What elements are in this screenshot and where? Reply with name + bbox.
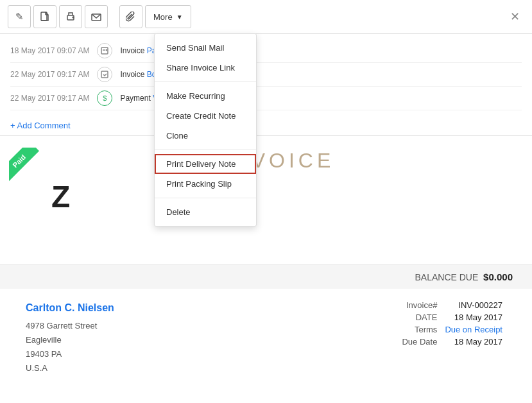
dropdown-send-snail-mail[interactable]: Send Snail Mail [155,38,256,58]
balance-label: BALANCE DUE [415,272,479,282]
close-icon: ✕ [510,10,520,24]
client-info: Carlton C. Nielsen 4978 Garrett Street E… [26,299,114,376]
activity-row: 22 May 2017 09:17 AM Invoice Boyle [10,63,522,87]
more-label: More [153,12,173,22]
paid-label: Paid [9,148,39,182]
print-button[interactable] [59,5,82,28]
due-label: Due Date [398,336,441,348]
dropdown-divider-1 [155,81,256,82]
dropdown-clone[interactable]: Clone [155,126,256,146]
dropdown-divider-3 [155,198,256,198]
client-name: Carlton C. Nielsen [26,299,114,316]
dropdown-print-delivery-note[interactable]: Print Delivery Note [155,154,256,174]
balance-bar: BALANCE DUE $0.000 [0,264,532,289]
dropdown-create-credit-note[interactable]: Create Credit Note [155,106,256,126]
paid-badge: Paid [9,148,47,186]
activity-icon-2 [97,67,112,82]
invoice-title: INVOICE [51,149,506,173]
activity-list: 18 May 2017 09:07 AM Invoice Patricia Bo… [0,34,532,116]
activity-time: 22 May 2017 09:17 AM [10,70,89,79]
activity-time: 18 May 2017 09:07 AM [10,46,89,55]
activity-icon-3: $ [97,90,112,106]
invoice-area: Paid INVOICE Z BALANCE DUE $0.000 Carlto… [0,135,532,386]
svg-rect-10 [101,71,108,78]
company-letter: Z [51,179,506,214]
activity-icon-1 [97,43,112,58]
terms-value: Due on Receipt [441,323,506,336]
client-address3: 19403 PA [26,347,114,361]
activity-time: 22 May 2017 09:17 AM [10,94,89,103]
client-address4: U.S.A [26,361,114,375]
client-address1: 4978 Garrett Street [26,319,114,333]
terms-label: Terms [398,323,441,336]
due-value: 18 May 2017 [441,336,506,348]
attach-button[interactable] [119,5,142,28]
balance-value: $0.000 [483,271,513,282]
dropdown-divider-2 [155,150,256,150]
dropdown-print-packing-slip[interactable]: Print Packing Slip [155,174,256,194]
dropdown-share-invoice-link[interactable]: Share Invoice Link [155,58,256,78]
date-value: 18 May 2017 [441,311,506,323]
file-button[interactable] [33,5,56,28]
svg-point-4 [73,17,74,18]
more-button[interactable]: More ▼ [145,5,191,28]
edit-button[interactable]: ✎ [8,5,31,28]
email-button[interactable] [85,5,108,28]
details-row: Carlton C. Nielsen 4978 Garrett Street E… [0,289,532,386]
invoice-num-value: INV-000227 [441,299,506,311]
more-caret-icon: ▼ [176,13,183,21]
dropdown-make-recurring[interactable]: Make Recurring [155,86,256,106]
invoice-num-label: Invoice# [398,299,441,311]
add-comment-link[interactable]: + Add Comment [0,116,532,135]
client-address2: Eagleville [26,333,114,347]
invoice-content: INVOICE Z [0,136,532,264]
dropdown-menu: Send Snail Mail Share Invoice Link Make … [154,33,257,227]
invoice-meta: Invoice# INV-000227 DATE 18 May 2017 Ter… [398,299,506,376]
toolbar: ✎ More ▼ ✕ [0,0,532,34]
dropdown-delete[interactable]: Delete [155,202,256,222]
date-label: DATE [398,311,441,323]
activity-row: 18 May 2017 09:07 AM Invoice Patricia Bo… [10,39,522,63]
activity-row: 22 May 2017 09:17 AM $ Payment View Deta… [10,87,522,110]
close-button[interactable]: ✕ [505,7,524,26]
